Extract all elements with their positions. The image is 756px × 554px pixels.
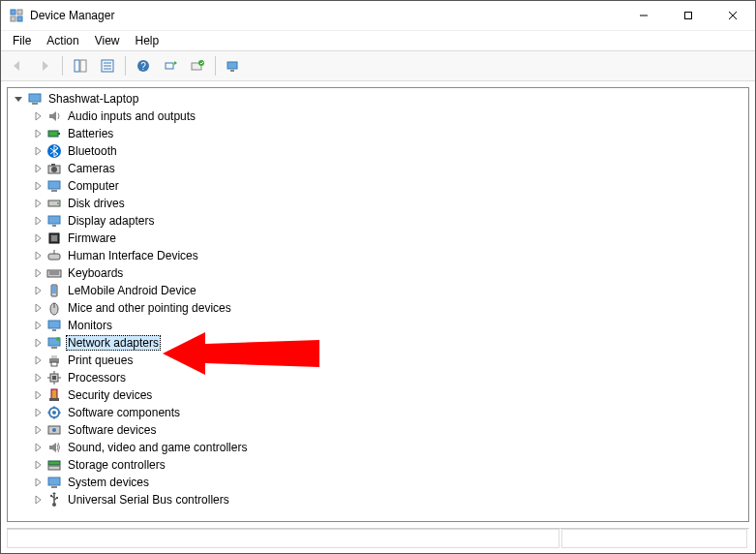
- tree-node-label: Universal Serial Bus controllers: [66, 493, 231, 507]
- minimize-button[interactable]: [621, 1, 666, 30]
- expand-icon[interactable]: [31, 179, 45, 193]
- tree-node[interactable]: Cameras: [31, 160, 746, 177]
- tree-node[interactable]: Software devices: [31, 421, 746, 439]
- tree-node[interactable]: Processors: [31, 369, 746, 386]
- scan-hardware-button[interactable]: [185, 54, 210, 77]
- expand-icon[interactable]: [31, 109, 45, 123]
- svg-rect-0: [11, 10, 15, 15]
- tree-node[interactable]: Software components: [31, 404, 746, 421]
- expand-icon[interactable]: [31, 231, 45, 245]
- svg-rect-37: [48, 254, 60, 260]
- expand-icon[interactable]: [31, 197, 45, 210]
- svg-point-27: [51, 167, 57, 172]
- svg-point-50: [56, 337, 60, 341]
- sound-icon: [46, 440, 62, 455]
- tree-node[interactable]: Display adapters: [31, 212, 746, 230]
- expand-icon[interactable]: [31, 458, 45, 472]
- tree-node[interactable]: LeMobile Android Device: [31, 282, 746, 299]
- expand-icon[interactable]: [31, 162, 45, 175]
- tree-node[interactable]: Keyboards: [31, 264, 746, 282]
- expand-icon[interactable]: [31, 284, 45, 297]
- tree-node[interactable]: Storage controllers: [31, 456, 746, 474]
- expand-icon[interactable]: [31, 441, 45, 454]
- tree-node-label: Keyboards: [66, 266, 125, 280]
- disk-icon: [46, 196, 62, 211]
- properties-button[interactable]: [95, 54, 120, 77]
- svg-rect-29: [48, 181, 60, 189]
- tree-node[interactable]: Universal Serial Bus controllers: [31, 491, 746, 508]
- help-button[interactable]: ?: [131, 54, 156, 77]
- tree-node[interactable]: Audio inputs and outputs: [31, 108, 746, 125]
- computer-root-icon: [27, 91, 43, 107]
- toolbar: ?: [1, 50, 755, 81]
- svg-rect-1: [17, 10, 22, 15]
- expand-icon[interactable]: [31, 388, 45, 402]
- expand-icon[interactable]: [31, 319, 45, 332]
- expand-icon[interactable]: [31, 406, 45, 419]
- tree-node[interactable]: Print queues: [31, 352, 746, 369]
- tree-node-label: Monitors: [66, 319, 114, 332]
- tree-node[interactable]: Network adapters: [31, 334, 746, 352]
- svg-rect-2: [11, 16, 15, 21]
- expand-icon[interactable]: [31, 249, 45, 262]
- expand-icon[interactable]: [31, 266, 45, 280]
- expand-icon[interactable]: [31, 476, 45, 489]
- svg-rect-66: [48, 461, 60, 465]
- tree-node-label: Security devices: [66, 388, 154, 402]
- tree-node[interactable]: Monitors: [31, 317, 746, 334]
- tree-node-label: Cameras: [66, 162, 117, 175]
- tree-node[interactable]: Batteries: [31, 125, 746, 142]
- forward-button[interactable]: [32, 54, 57, 77]
- expand-icon[interactable]: [31, 423, 45, 437]
- device-manager-window: Device Manager File Action View Help: [0, 0, 756, 554]
- maximize-button[interactable]: [666, 1, 711, 30]
- expand-icon[interactable]: [31, 214, 45, 228]
- device-tree[interactable]: Shashwat-Laptop Audio inputs and outputs…: [7, 87, 749, 522]
- update-driver-button[interactable]: [158, 54, 183, 77]
- expand-icon[interactable]: [31, 301, 45, 315]
- toolbar-separator: [62, 56, 63, 76]
- devices-by-type-button[interactable]: [221, 54, 246, 77]
- titlebar: Device Manager: [1, 1, 755, 31]
- expand-icon[interactable]: [31, 127, 45, 140]
- tree-node[interactable]: Security devices: [31, 386, 746, 404]
- tree-node[interactable]: Computer: [31, 177, 746, 195]
- svg-rect-5: [685, 13, 692, 19]
- close-button[interactable]: [711, 1, 755, 30]
- svg-rect-67: [48, 466, 60, 470]
- tree-root-node[interactable]: Shashwat-Laptop: [12, 90, 746, 108]
- tree-node[interactable]: Human Interface Devices: [31, 247, 746, 264]
- tree-node[interactable]: Firmware: [31, 230, 746, 247]
- monitor-icon: [46, 318, 62, 333]
- svg-rect-28: [51, 164, 55, 166]
- security-icon: [46, 387, 62, 403]
- menu-file[interactable]: File: [5, 32, 39, 49]
- tree-node[interactable]: Bluetooth: [31, 142, 746, 160]
- toolbar-separator: [215, 56, 216, 76]
- expand-icon[interactable]: [31, 354, 45, 367]
- svg-rect-46: [48, 321, 60, 328]
- tree-node[interactable]: Disk drives: [31, 195, 746, 212]
- back-button[interactable]: [5, 54, 30, 77]
- tree-node[interactable]: System devices: [31, 474, 746, 491]
- menu-action[interactable]: Action: [39, 32, 86, 49]
- expand-icon[interactable]: [31, 493, 45, 507]
- show-hide-tree-button[interactable]: [68, 54, 93, 77]
- tree-node-label: Disk drives: [66, 197, 127, 210]
- svg-line-6: [729, 12, 737, 19]
- system-icon: [46, 475, 62, 490]
- svg-rect-61: [49, 398, 59, 401]
- expand-icon[interactable]: [31, 144, 45, 158]
- svg-rect-33: [48, 216, 60, 224]
- window-title: Device Manager: [30, 9, 621, 22]
- menu-view[interactable]: View: [87, 32, 128, 49]
- tree-node-label: Display adapters: [66, 214, 156, 228]
- collapse-icon[interactable]: [12, 92, 25, 106]
- expand-icon[interactable]: [31, 336, 45, 350]
- menu-help[interactable]: Help: [128, 32, 167, 49]
- tree-node-label: System devices: [66, 476, 151, 489]
- tree-node[interactable]: Mice and other pointing devices: [31, 299, 746, 317]
- tree-node[interactable]: Sound, video and game controllers: [31, 439, 746, 456]
- app-icon: [9, 8, 24, 23]
- expand-icon[interactable]: [31, 371, 45, 385]
